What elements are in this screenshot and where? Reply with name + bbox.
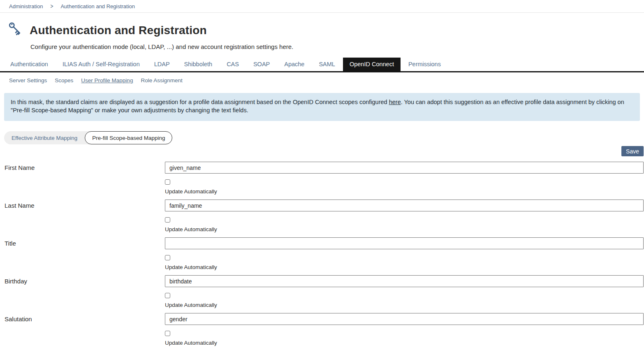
subtab-server-settings[interactable]: Server Settings [9,77,47,84]
subtab-scopes[interactable]: Scopes [55,77,73,84]
tab-permissions[interactable]: Permissions [408,58,441,71]
form-row: First Name Update Automatically [5,162,644,200]
view-control-option-pre-fill-scope-based-mapping[interactable]: Pre-fill Scope-based Mapping [85,131,172,144]
update-automatically-label: Update Automatically [165,340,644,346]
chevron-right-icon: > [50,2,53,10]
breadcrumb-link-auth-registration[interactable]: Authentication and Registration [60,3,135,9]
tab-apache[interactable]: Apache [284,58,304,71]
tab-authentication[interactable]: Authentication [10,58,48,71]
page-title: Authentication and Registration [30,24,207,37]
tab-saml[interactable]: SAML [319,58,335,71]
field-label: Salutation [5,313,165,348]
field-label: Title [5,237,165,275]
field-label: First Name [5,162,165,200]
update-automatically-label: Update Automatically [165,188,644,195]
update-automatically-checkbox[interactable] [165,293,170,298]
update-automatically-checkbox[interactable] [165,217,170,223]
subtab-role-assignment[interactable]: Role Assignment [141,77,182,84]
key-icon [5,22,22,39]
subtab-bar: Server SettingsScopesUser Profile Mappin… [0,77,644,84]
update-automatically-checkbox[interactable] [165,179,170,185]
update-automatically-label: Update Automatically [165,226,644,232]
update-automatically-checkbox[interactable] [165,331,170,336]
claim-input[interactable] [165,200,644,211]
breadcrumb-link-administration[interactable]: Administration [9,3,43,9]
claim-input[interactable] [165,313,644,325]
breadcrumb: Administration > Authentication and Regi… [0,0,644,13]
claim-input[interactable] [165,275,644,287]
user-profile-mapping-form: First Name Update Automatically Last Nam… [0,162,644,348]
form-row: Salutation Update Automatically [5,313,644,348]
view-control-option-effective-attribute-mapping[interactable]: Effective Attribute Mapping [4,131,85,144]
tab-cas[interactable]: CAS [227,58,239,71]
page-subtitle: Configure your authentication mode (loca… [30,43,644,50]
claim-input[interactable] [165,237,644,249]
info-text-before: In this mask, the standard claims are di… [11,99,389,105]
tab-shibboleth[interactable]: Shibboleth [184,58,213,71]
tab-bar: AuthenticationILIAS Auth / Self-Registra… [0,58,644,72]
update-automatically-checkbox[interactable] [165,255,170,260]
subtab-user-profile-mapping[interactable]: User Profile Mapping [81,77,133,84]
tab-openid-connect[interactable]: OpenID Connect [343,58,401,71]
update-automatically-label: Update Automatically [165,264,644,270]
info-message: In this mask, the standard claims are di… [4,93,640,121]
form-row: Last Name Update Automatically [5,200,644,237]
field-label: Last Name [5,200,165,237]
tab-ilias-auth-self-registration[interactable]: ILIAS Auth / Self-Registration [63,58,140,71]
page-header: Authentication and Registration Configur… [0,13,644,50]
mapping-view-control: Effective Attribute MappingPre-fill Scop… [4,131,172,144]
save-button[interactable]: Save [621,146,644,156]
form-row: Title Update Automatically [5,237,644,275]
form-row: Birthday Update Automatically [5,275,644,313]
update-automatically-label: Update Automatically [165,302,644,308]
tab-soap[interactable]: SOAP [253,58,270,71]
claim-input[interactable] [165,162,644,174]
form-toolbar: Save [0,146,644,156]
tab-ldap[interactable]: LDAP [154,58,170,71]
here-link[interactable]: here [389,99,401,105]
field-label: Birthday [5,275,165,313]
